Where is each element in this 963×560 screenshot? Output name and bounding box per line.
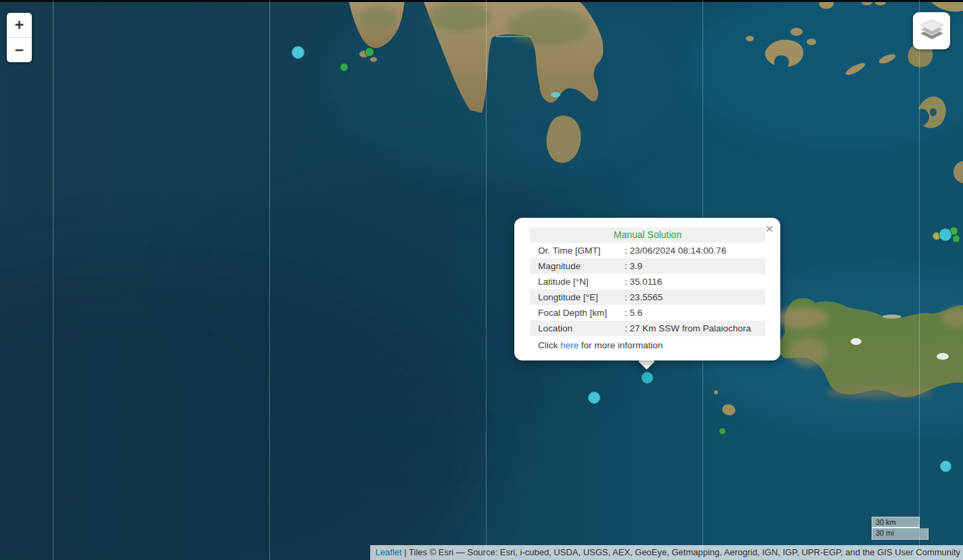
leaflet-link[interactable]: Leaflet (376, 547, 402, 557)
quake-marker-selected[interactable] (641, 371, 654, 384)
scale-mi-bar: 30 mi (872, 528, 928, 540)
earthquake-popup: × Manual Solution Or. Time [GMT] : 23/06… (514, 218, 780, 360)
attribution-bar: Leaflet | Tiles © Esri — Source: Esri, i… (370, 545, 963, 560)
scale-km-bar: 30 km (872, 517, 920, 528)
popup-close-button[interactable]: × (764, 220, 775, 237)
scale-control: 30 km 30 mi (872, 517, 928, 540)
row-label: Focal Depth [km] (538, 307, 625, 319)
map-canvas[interactable]: + − 30 km 30 mi Leaflet | Tiles © Esri —… (0, 0, 963, 560)
row-value: : 35.0116 (625, 276, 765, 287)
layers-button[interactable] (913, 12, 950, 49)
popup-table: Manual Solution Or. Time [GMT] : 23/06/2… (530, 227, 765, 336)
footer-prefix: Click (538, 340, 560, 350)
row-label: Or. Time [GMT] (538, 245, 625, 256)
row-label: Magnitude (538, 260, 625, 272)
row-label: Longtitude [°E] (538, 291, 625, 303)
row-value: : 23/06/2024 08:14:00.76 (625, 245, 765, 256)
row-label: Latitude [°N] (538, 276, 625, 287)
row-value: : 5.6 (625, 307, 765, 319)
zoom-out-button[interactable]: − (7, 37, 32, 62)
row-label: Location (538, 323, 625, 334)
popup-row: Focal Depth [km] : 5.6 (530, 305, 765, 321)
popup-row: Longtitude [°E] : 23.5565 (530, 289, 765, 305)
more-info-link[interactable]: here (560, 340, 579, 350)
layers-stack-icon (920, 19, 944, 43)
attribution-separator: | (402, 547, 409, 557)
quake-marker[interactable] (939, 228, 952, 241)
row-value: : 23.5565 (625, 291, 765, 303)
popup-row: Location : 27 Km SSW from Palaiochora (530, 321, 765, 336)
quake-marker[interactable] (340, 63, 349, 72)
popup-row: Or. Time [GMT] : 23/06/2024 08:14:00.76 (530, 243, 765, 258)
quake-marker[interactable] (588, 392, 600, 404)
zoom-in-button[interactable]: + (7, 13, 32, 37)
popup-row: Latitude [°N] : 35.0116 (530, 274, 765, 289)
popup-footer: Click here for more information (530, 336, 765, 352)
quake-marker[interactable] (365, 47, 374, 57)
attribution-text: Tiles © Esri — Source: Esri, i-cubed, US… (409, 547, 960, 557)
quake-marker[interactable] (952, 235, 960, 243)
earthquake-markers-layer (0, 0, 963, 560)
row-value: : 3.9 (625, 260, 765, 272)
popup-row: Magnitude : 3.9 (530, 258, 765, 274)
footer-suffix: for more information (579, 340, 663, 350)
popup-title: Manual Solution (530, 227, 765, 243)
quake-marker[interactable] (940, 461, 951, 472)
zoom-control: + − (7, 13, 32, 62)
popup-content: × Manual Solution Or. Time [GMT] : 23/06… (514, 218, 780, 360)
quake-marker[interactable] (719, 427, 726, 435)
quake-marker[interactable] (292, 46, 305, 59)
row-value: : 27 Km SSW from Palaiochora (625, 323, 765, 334)
